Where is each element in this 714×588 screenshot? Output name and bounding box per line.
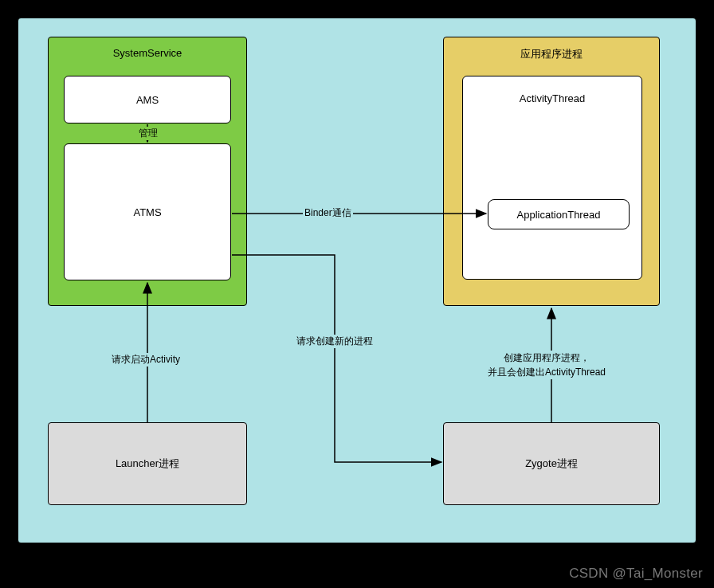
edge-label-binder: Binder通信	[303, 206, 353, 220]
edge-label-create-app-process: 创建应用程序进程， 并且会创建出ActivityThread	[486, 351, 607, 379]
watermark: CSDN @Tai_Monster	[569, 566, 703, 582]
ams-label: AMS	[136, 94, 159, 106]
app-process-title: 应用程序进程	[444, 47, 659, 61]
edge-label-request-activity: 请求启动Activity	[110, 353, 182, 367]
diagram-canvas: SystemService 应用程序进程 AMS ATMS ActivityTh…	[0, 0, 714, 588]
launcher-node: Launcher进程	[48, 422, 247, 505]
launcher-label: Launcher进程	[116, 457, 179, 471]
application-thread-node: ApplicationThread	[488, 199, 630, 229]
activity-thread-node: ActivityThread	[462, 76, 642, 280]
ams-node: AMS	[64, 76, 231, 123]
edge-label-manage: 管理	[137, 127, 159, 140]
atms-label: ATMS	[133, 206, 161, 218]
zygote-node: Zygote进程	[443, 422, 660, 505]
activity-thread-label: ActivityThread	[520, 92, 585, 104]
zygote-label: Zygote进程	[525, 457, 578, 471]
edge-label-request-process: 请求创建新的进程	[295, 335, 375, 348]
system-service-title: SystemService	[49, 47, 246, 59]
atms-node: ATMS	[64, 143, 231, 280]
application-thread-label: ApplicationThread	[517, 209, 601, 221]
